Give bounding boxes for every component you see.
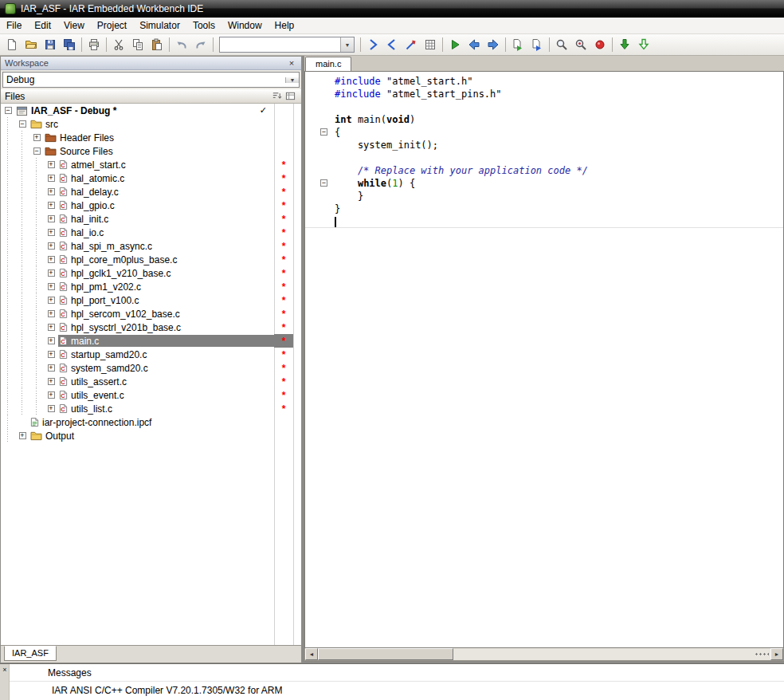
next-error-button[interactable] bbox=[484, 36, 503, 53]
tree-expander-plus-icon[interactable]: + bbox=[48, 256, 55, 263]
fold-minus-icon[interactable]: − bbox=[320, 179, 327, 187]
code-line[interactable]: −{ bbox=[305, 126, 783, 139]
tree-item-iar-project-connection-ipcf[interactable]: iar-project-connection.ipcf bbox=[1, 415, 301, 429]
tree-item-hpl-core-m0plus-base-c[interactable]: +Chpl_core_m0plus_base.c* bbox=[1, 253, 301, 266]
close-icon[interactable]: × bbox=[1, 666, 9, 674]
tree-item-hal-spi-m-async-c[interactable]: +Chal_spi_m_async.c* bbox=[1, 239, 301, 253]
tree-item-src[interactable]: −src bbox=[1, 117, 301, 131]
find-previous-button[interactable] bbox=[382, 36, 402, 53]
menu-tools[interactable]: Tools bbox=[186, 18, 221, 33]
menu-file[interactable]: File bbox=[0, 18, 28, 33]
tree-item-hal-atomic-c[interactable]: +Chal_atomic.c* bbox=[1, 171, 301, 185]
tree-expander-plus-icon[interactable]: + bbox=[48, 242, 55, 250]
tree-item-hpl-port-v100-c[interactable]: +Chpl_port_v100.c* bbox=[1, 293, 301, 307]
tree-item-output[interactable]: +Output bbox=[1, 429, 301, 442]
tree-item-iar-asf-debug[interactable]: −IAR_ASF - Debug *✓ bbox=[1, 104, 301, 117]
print-button[interactable] bbox=[84, 36, 104, 53]
tree-item-hpl-sercom-v102-base-c[interactable]: +Chpl_sercom_v102_base.c* bbox=[1, 307, 301, 321]
tree-expander-plus-icon[interactable]: + bbox=[48, 202, 55, 209]
tree-expander-plus-icon[interactable]: + bbox=[48, 175, 55, 182]
tree-expander-plus-icon[interactable]: + bbox=[33, 134, 41, 141]
download-and-debug-button[interactable] bbox=[615, 36, 634, 53]
tree-item-system-samd20-c[interactable]: +Csystem_samd20.c* bbox=[1, 361, 301, 375]
toggle-bookmark-button[interactable] bbox=[421, 36, 440, 53]
code-line[interactable]: } bbox=[305, 203, 783, 215]
close-icon[interactable]: × bbox=[286, 58, 297, 68]
tree-expander-plus-icon[interactable]: + bbox=[48, 405, 55, 412]
copy-button[interactable] bbox=[128, 36, 147, 53]
scrollbar-grip[interactable] bbox=[755, 652, 769, 657]
tree-expander-plus-icon[interactable]: + bbox=[48, 310, 55, 317]
tree-expander-plus-icon[interactable]: + bbox=[48, 297, 55, 304]
code-line[interactable] bbox=[305, 151, 783, 164]
tree-expander-plus-icon[interactable]: + bbox=[48, 337, 55, 344]
tree-expander-plus-icon[interactable]: + bbox=[48, 378, 55, 385]
open-file-button[interactable] bbox=[22, 36, 41, 53]
code-line[interactable]: #include "atmel_start.h" bbox=[305, 75, 783, 88]
chevron-down-icon[interactable]: ▼ bbox=[285, 77, 299, 83]
tree-item-utils-event-c[interactable]: +Cutils_event.c* bbox=[1, 388, 301, 402]
code-line[interactable]: #include "atmel_start_pins.h" bbox=[305, 88, 783, 100]
build-button[interactable] bbox=[527, 36, 547, 53]
tree-item-hal-io-c[interactable]: +Chal_io.c* bbox=[1, 226, 301, 239]
make-button[interactable] bbox=[445, 36, 465, 53]
tree-item-main-c[interactable]: +Cmain.c* bbox=[1, 334, 301, 348]
tab-main-c[interactable]: main.c bbox=[305, 57, 351, 71]
tree-item-hal-gpio-c[interactable]: +Chal_gpio.c* bbox=[1, 199, 301, 212]
menu-simulator[interactable]: Simulator bbox=[133, 18, 186, 33]
paste-button[interactable] bbox=[147, 36, 167, 53]
tree-expander-minus-icon[interactable]: − bbox=[5, 107, 12, 114]
scrollbar-thumb[interactable] bbox=[318, 648, 453, 660]
replace-in-files-button[interactable] bbox=[571, 36, 590, 53]
tree-expander-plus-icon[interactable]: + bbox=[48, 324, 55, 331]
code-line[interactable]: /* Replace with your application code */ bbox=[305, 164, 783, 177]
tree-expander-plus-icon[interactable]: + bbox=[48, 161, 55, 168]
scroll-left-icon[interactable]: ◄ bbox=[305, 648, 318, 660]
tree-expander-minus-icon[interactable]: − bbox=[19, 120, 26, 128]
find-combobox-input[interactable] bbox=[220, 37, 340, 52]
previous-error-button[interactable] bbox=[465, 36, 484, 53]
find-next-button[interactable] bbox=[363, 36, 382, 53]
tree-expander-plus-icon[interactable]: + bbox=[48, 391, 55, 399]
tree-expander-plus-icon[interactable]: + bbox=[48, 351, 55, 358]
code-line[interactable]: int main(void) bbox=[305, 113, 783, 126]
tree-item-source-files[interactable]: −Source Files bbox=[1, 144, 301, 158]
files-columns-icon[interactable] bbox=[284, 90, 297, 102]
menu-view[interactable]: View bbox=[57, 18, 91, 33]
fold-minus-icon[interactable]: − bbox=[320, 128, 327, 136]
chevron-down-icon[interactable]: ▼ bbox=[340, 37, 354, 52]
tree-item-header-files[interactable]: +Header Files bbox=[1, 131, 301, 144]
code-line[interactable]: } bbox=[305, 190, 783, 203]
save-all-button[interactable] bbox=[60, 36, 79, 53]
debug-without-downloading-button[interactable] bbox=[634, 36, 653, 53]
tree-item-hpl-sysctrl-v201b-base-c[interactable]: +Chpl_sysctrl_v201b_base.c* bbox=[1, 321, 301, 334]
configuration-dropdown[interactable]: Debug ▼ bbox=[2, 72, 300, 88]
code-line[interactable]: system_init(); bbox=[305, 139, 783, 151]
tree-item-startup-samd20-c[interactable]: +Cstartup_samd20.c* bbox=[1, 348, 301, 361]
tree-item-hal-delay-c[interactable]: +Chal_delay.c* bbox=[1, 185, 301, 199]
goto-button[interactable] bbox=[402, 36, 421, 53]
scroll-right-icon[interactable]: ► bbox=[770, 648, 783, 660]
tree-item-utils-list-c[interactable]: +Cutils_list.c* bbox=[1, 402, 301, 415]
tree-expander-plus-icon[interactable]: + bbox=[48, 188, 55, 195]
tree-item-utils-assert-c[interactable]: +Cutils_assert.c* bbox=[1, 375, 301, 388]
menu-window[interactable]: Window bbox=[221, 18, 269, 33]
tree-expander-plus-icon[interactable]: + bbox=[48, 269, 55, 277]
tree-item-hal-init-c[interactable]: +Chal_init.c* bbox=[1, 212, 301, 226]
tree-expander-plus-icon[interactable]: + bbox=[48, 283, 55, 290]
menu-project[interactable]: Project bbox=[91, 18, 133, 33]
menu-edit[interactable]: Edit bbox=[28, 18, 57, 33]
tree-expander-plus-icon[interactable]: + bbox=[48, 229, 55, 236]
tree-expander-plus-icon[interactable]: + bbox=[48, 364, 55, 372]
code-line[interactable] bbox=[305, 215, 783, 228]
horizontal-scrollbar[interactable]: ◄ ► bbox=[304, 648, 784, 661]
tree-expander-minus-icon[interactable]: − bbox=[33, 147, 41, 155]
tree-item-hpl-pm1-v202-c[interactable]: +Chpl_pm1_v202.c* bbox=[1, 280, 301, 293]
code-area[interactable]: #include "atmel_start.h"#include "atmel_… bbox=[304, 71, 784, 648]
tree-item-hpl-gclk1-v210-base-c[interactable]: +Chpl_gclk1_v210_base.c* bbox=[1, 266, 301, 280]
tree-expander-plus-icon[interactable]: + bbox=[48, 215, 55, 222]
code-line[interactable] bbox=[305, 100, 783, 113]
save-button[interactable] bbox=[41, 36, 60, 53]
new-document-button[interactable] bbox=[2, 36, 22, 53]
compile-button[interactable] bbox=[508, 36, 527, 53]
